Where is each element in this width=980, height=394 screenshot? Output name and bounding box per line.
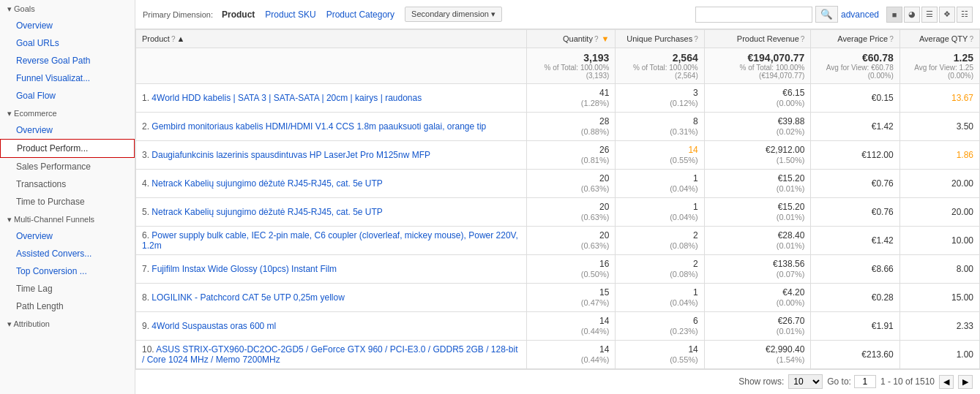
col-unique-info[interactable]: ? [694,35,698,43]
summary-avgqty-cell: 1.25 Avg for View: 1.25 (0.00%) [899,48,979,84]
cell-product-2: 3. Daugiafunkcinis lazerinis spausdintuv… [136,141,527,170]
primary-dim-label: Primary Dimension: [143,10,213,19]
sidebar-item-overview-goals[interactable]: Overview [0,17,135,34]
arrow-icon: ▾ [7,4,12,13]
secondary-dim-button[interactable]: Secondary dimension ▾ [405,7,502,22]
sidebar-item-top-conversion[interactable]: Top Conversion ... [0,262,135,280]
sidebar-item-reverse-goal-path[interactable]: Reverse Goal Path [0,52,135,69]
sidebar-item-overview-multi[interactable]: Overview [0,227,135,245]
show-rows-select[interactable]: 102550100 [788,374,823,389]
search-button[interactable]: 🔍 [815,6,838,23]
footer-goto: Go to: [827,375,876,388]
product-link-2[interactable]: Daugiafunkcinis lazerinis spausdintuvas … [152,150,430,160]
col-header-revenue[interactable]: Product Revenue ? [704,30,811,48]
summary-revenue-cell: €194,070.77 % of Total: 100.00% (€194,07… [704,48,811,84]
col-header-product[interactable]: Product ? ▲ [136,30,527,48]
col-quantity-info[interactable]: ? [594,35,599,43]
cell-avgqty-7: 15.00 [899,284,979,312]
cell-revenue-6: €138.56(0.07%) [704,255,811,284]
col-header-avg-qty[interactable]: Average QTY ? [899,30,979,48]
summary-row: 3,193 % of Total: 100.00% (3,193) 2,564 … [136,48,980,84]
cell-avgprice-6: €8.66 [811,255,899,284]
table-row: 10. ASUS STRIX-GTX960-DC2OC-2GD5 / GeFor… [136,341,980,369]
cell-quantity-9: 14(0.44%) [527,341,616,369]
col-header-unique-purchases[interactable]: Unique Purchases ? [616,30,704,48]
cell-quantity-4: 20(0.63%) [527,198,616,227]
view-icon-table2[interactable]: ☷ [957,7,973,23]
view-icon-bar[interactable]: ☰ [921,7,938,23]
col-header-quantity[interactable]: Quantity ? ▼ [527,30,616,48]
sidebar-item-goal-flow[interactable]: Goal Flow [0,87,135,105]
view-icon-scatter[interactable]: ❖ [939,7,955,23]
sidebar-item-assisted-convers[interactable]: Assisted Convers... [0,245,135,262]
col-avgqty-info[interactable]: ? [969,35,973,43]
sidebar-item-path-length[interactable]: Path Length [0,298,135,315]
advanced-link[interactable]: advanced [841,10,879,20]
col-avgprice-info[interactable]: ? [889,35,894,43]
product-link-8[interactable]: 4World Suspaustas oras 600 ml [152,321,276,331]
product-link-9[interactable]: ASUS STRIX-GTX960-DC2OC-2GD5 / GeForce G… [142,344,518,365]
summary-quantity-cell: 3,193 % of Total: 100.00% (3,193) [527,48,616,84]
cell-avgqty-2: 1.86 [899,141,979,170]
cell-avgprice-5: €1.42 [811,227,899,255]
cell-product-1: 2. Gembird monitoriaus kabelis HDMI/HDMI… [136,113,527,141]
cell-avgprice-8: €1.91 [811,312,899,341]
sidebar-item-goal-urls[interactable]: Goal URLs [0,34,135,52]
col-product-info[interactable]: ? [171,35,176,43]
product-link-7[interactable]: LOGILINK - Patchcord CAT 5e UTP 0,25m ye… [152,292,344,303]
cell-avgprice-7: €0.28 [811,284,899,312]
cell-revenue-4: €15.20(0.01%) [704,198,811,227]
dim-link-product[interactable]: Product [222,10,255,20]
table-footer: Show rows: 102550100 Go to: 1 - 10 of 15… [135,369,980,393]
sidebar-item-sales-performance[interactable]: Sales Performance [0,158,135,175]
cell-product-5: 6. Power supply bulk cable, IEC 2-pin ma… [136,227,527,255]
prev-page-button[interactable]: ◀ [939,375,954,389]
view-icons: ■ ◕ ☰ ❖ ☷ [886,7,973,23]
product-link-4[interactable]: Netrack Kabelių sujungimo dėžutė RJ45-RJ… [152,207,383,217]
table-row: 6. Power supply bulk cable, IEC 2-pin ma… [136,227,980,255]
view-icon-pie[interactable]: ◕ [904,7,920,23]
cell-revenue-7: €4.20(0.00%) [704,284,811,312]
col-quantity-sort[interactable]: ▼ [601,34,609,43]
sidebar-item-transactions[interactable]: Transactions [0,175,135,193]
product-link-3[interactable]: Netrack Kabelių sujungimo dėžutė RJ45-RJ… [152,178,383,189]
goto-input[interactable] [854,375,876,388]
col-product-label: Product [142,34,170,43]
dim-link-sku[interactable]: Product SKU [265,10,315,20]
product-link-6[interactable]: Fujifilm Instax Wide Glossy (10pcs) Inst… [152,264,337,274]
cell-product-6: 7. Fujifilm Instax Wide Glossy (10pcs) I… [136,255,527,284]
sidebar-item-overview-ecommerce[interactable]: Overview [0,121,135,139]
summary-avgqty: 1.25 [906,52,973,64]
product-link-5[interactable]: Power supply bulk cable, IEC 2-pin male,… [142,230,518,251]
product-link-0[interactable]: 4World HDD kabelis | SATA 3 | SATA-SATA … [152,93,422,103]
table-row: 2. Gembird monitoriaus kabelis HDMI/HDMI… [136,113,980,141]
next-page-button[interactable]: ▶ [958,375,973,389]
sidebar-section-ecommerce[interactable]: ▾ Ecommerce [0,105,135,121]
sidebar-item-time-to-purchase[interactable]: Time to Purchase [0,193,135,211]
sidebar-section-multichannel[interactable]: ▾ Multi-Channel Funnels [0,211,135,227]
cell-quantity-6: 16(0.50%) [527,255,616,284]
cell-unique-8: 6(0.23%) [616,312,704,341]
cell-revenue-0: €6.15(0.00%) [704,84,811,113]
show-rows-label: Show rows: [738,376,784,387]
search-input[interactable] [695,7,812,23]
view-icon-grid[interactable]: ■ [886,7,902,23]
sidebar-item-funnel-viz[interactable]: Funnel Visualizat... [0,69,135,87]
sidebar: ▾ Goals Overview Goal URLs Reverse Goal … [0,0,135,394]
col-product-sort[interactable]: ▲ [176,34,184,43]
product-link-1[interactable]: Gembird monitoriaus kabelis HDMI/HDMI V1… [152,121,486,132]
sidebar-item-time-lag[interactable]: Time Lag [0,280,135,298]
cell-quantity-7: 15(0.47%) [527,284,616,312]
cell-quantity-0: 41(1.28%) [527,84,616,113]
cell-avgqty-1: 3.50 [899,113,979,141]
cell-avgqty-5: 10.00 [899,227,979,255]
sidebar-item-product-perform[interactable]: Product Perform... [0,139,135,158]
sidebar-section-goals[interactable]: ▾ Goals [0,0,135,17]
col-header-avg-price[interactable]: Average Price ? [811,30,899,48]
col-revenue-info[interactable]: ? [801,35,805,43]
dim-link-category[interactable]: Product Category [326,10,394,20]
cell-revenue-1: €39.88(0.02%) [704,113,811,141]
table-row: 3. Daugiafunkcinis lazerinis spausdintuv… [136,141,980,170]
toolbar-right: 🔍 advanced ■ ◕ ☰ ❖ ☷ [695,6,973,23]
sidebar-section-attribution[interactable]: ▾ Attribution [0,315,135,332]
